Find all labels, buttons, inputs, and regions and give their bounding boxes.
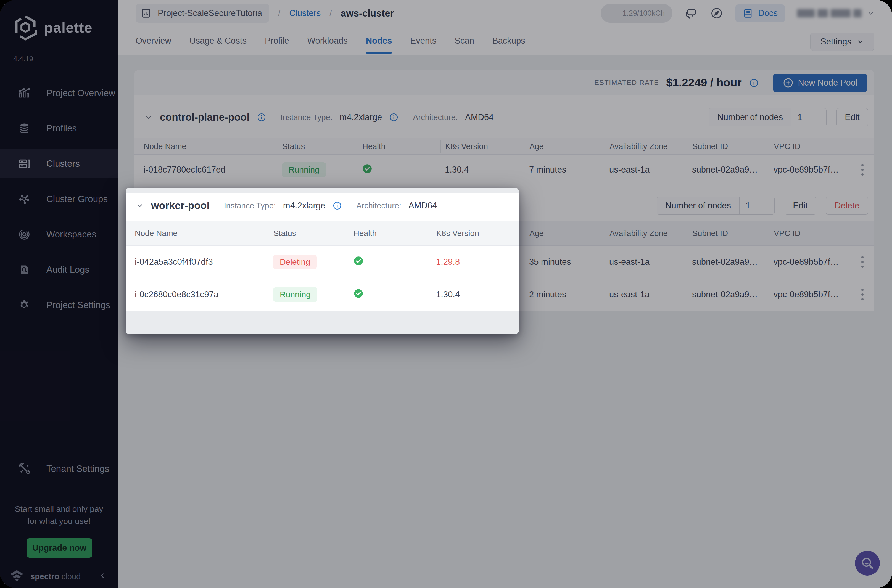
table-header: Node Name Status Health K8s Version bbox=[126, 221, 519, 246]
k8s-version: 1.30.4 bbox=[432, 290, 510, 300]
health-check-icon bbox=[353, 256, 364, 266]
pool-name: worker-pool bbox=[151, 200, 210, 212]
worker-pool-spotlight: worker-pool Instance Type: m4.2xlarge Ar… bbox=[126, 188, 519, 334]
status-badge: Deleting bbox=[273, 255, 317, 269]
worker-pool-header: worker-pool Instance Type: m4.2xlarge Ar… bbox=[126, 193, 519, 218]
node-name: i-042a5a3c0f4f07df3 bbox=[126, 257, 269, 267]
table-row: i-042a5a3c0f4f07df3 Deleting 1.29.8 bbox=[126, 246, 519, 278]
app-window: palette 4.4.19 Project Overview Profiles bbox=[0, 0, 892, 588]
info-icon[interactable] bbox=[332, 201, 342, 210]
architecture-value: AMD64 bbox=[408, 201, 437, 211]
health-check-icon bbox=[353, 288, 364, 299]
table-row: i-0c2680c0e8c31c97a Running 1.30.4 bbox=[126, 278, 519, 311]
collapse-pool-icon[interactable] bbox=[135, 201, 144, 210]
status-badge: Running bbox=[273, 287, 317, 302]
instance-type-label: Instance Type: bbox=[224, 201, 276, 210]
node-name: i-0c2680c0e8c31c97a bbox=[126, 290, 269, 300]
architecture-label: Architecture: bbox=[356, 201, 401, 210]
k8s-version: 1.29.8 bbox=[432, 257, 510, 267]
instance-type-value: m4.2xlarge bbox=[283, 201, 325, 211]
